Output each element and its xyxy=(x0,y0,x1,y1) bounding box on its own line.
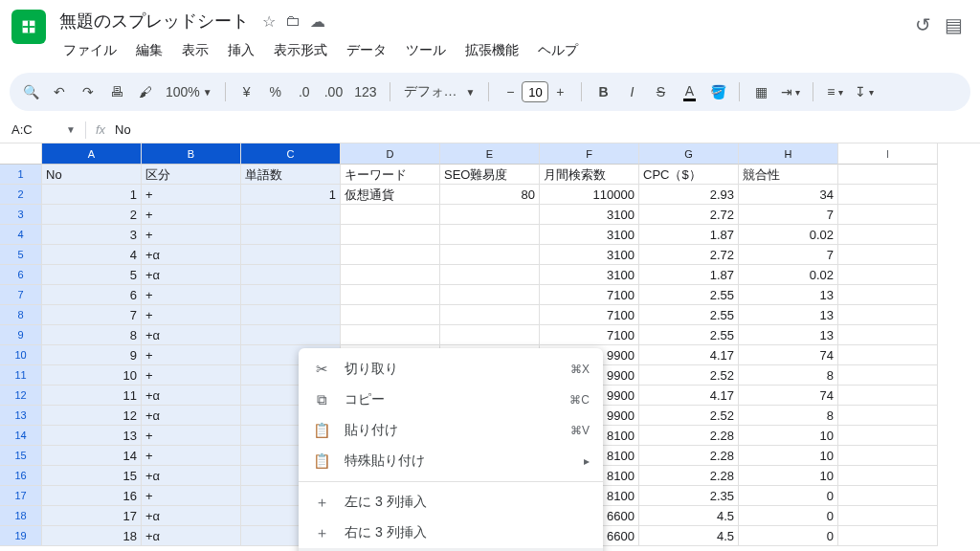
cell-E7[interactable] xyxy=(440,285,540,305)
cell-G2[interactable]: 2.93 xyxy=(639,185,739,205)
cell-I10[interactable] xyxy=(838,345,938,365)
comment-icon[interactable]: ▤ xyxy=(945,13,963,36)
row-header-6[interactable]: 6 xyxy=(0,265,42,285)
cell-G7[interactable]: 2.55 xyxy=(639,285,739,305)
cell-B7[interactable]: + xyxy=(142,285,241,305)
cell-F7[interactable]: 7100 xyxy=(540,285,639,305)
cell-A7[interactable]: 6 xyxy=(42,285,142,305)
cell-I4[interactable] xyxy=(838,225,938,245)
cell-I19[interactable] xyxy=(838,526,938,546)
name-box-caret-icon[interactable]: ▼ xyxy=(66,124,76,135)
cell-C5[interactable] xyxy=(241,245,341,265)
cell-H15[interactable]: 10 xyxy=(739,446,838,466)
paint-format-button[interactable]: 🖌 xyxy=(134,79,157,104)
cell-B4[interactable]: + xyxy=(142,225,241,245)
cell-B17[interactable]: + xyxy=(142,486,241,506)
cell-D2[interactable]: 仮想通貨 xyxy=(341,185,440,205)
cell-G8[interactable]: 2.55 xyxy=(639,305,739,325)
cell-B13[interactable]: +α xyxy=(142,406,241,426)
cell-B12[interactable]: +α xyxy=(142,386,241,406)
cell-E4[interactable] xyxy=(440,225,540,245)
cell-D8[interactable] xyxy=(341,305,440,325)
history-icon[interactable]: ↺ xyxy=(915,13,931,36)
cell-C7[interactable] xyxy=(241,285,341,305)
column-header-E[interactable]: E xyxy=(440,143,540,165)
cell-B3[interactable]: + xyxy=(142,205,241,225)
cell-E3[interactable] xyxy=(440,205,540,225)
cell-A13[interactable]: 12 xyxy=(42,406,142,426)
cell-E8[interactable] xyxy=(440,305,540,325)
cell-E1[interactable]: SEO難易度 xyxy=(440,165,540,185)
increase-fontsize-button[interactable]: + xyxy=(548,79,571,104)
select-all-corner[interactable] xyxy=(0,143,42,165)
cell-H4[interactable]: 0.02 xyxy=(739,225,838,245)
row-header-12[interactable]: 12 xyxy=(0,386,42,406)
cell-C8[interactable] xyxy=(241,305,341,325)
cell-I8[interactable] xyxy=(838,305,938,325)
cell-H16[interactable]: 10 xyxy=(739,466,838,486)
context-menu-item[interactable]: 📋特殊貼り付け▸ xyxy=(299,446,603,476)
cell-B9[interactable]: +α xyxy=(142,325,241,345)
cell-I12[interactable] xyxy=(838,386,938,406)
cell-I14[interactable] xyxy=(838,426,938,446)
cell-C2[interactable]: 1 xyxy=(241,185,341,205)
cell-G17[interactable]: 2.35 xyxy=(639,486,739,506)
cell-H13[interactable]: 8 xyxy=(739,406,838,426)
cell-G4[interactable]: 1.87 xyxy=(639,225,739,245)
cell-B18[interactable]: +α xyxy=(142,506,241,526)
cell-B1[interactable]: 区分 xyxy=(142,165,241,185)
cell-B8[interactable]: + xyxy=(142,305,241,325)
menu-編集[interactable]: 編集 xyxy=(128,38,170,63)
name-box[interactable]: A:C xyxy=(6,121,63,139)
cell-F4[interactable]: 3100 xyxy=(540,225,639,245)
row-header-4[interactable]: 4 xyxy=(0,225,42,245)
row-header-13[interactable]: 13 xyxy=(0,406,42,426)
spreadsheet-grid[interactable]: ABCDEFGHI 1No区分単語数キーワードSEO難易度月間検索数CPC（$）… xyxy=(0,143,980,546)
column-header-B[interactable]: B xyxy=(142,143,241,165)
context-menu-item[interactable]: ✂切り取り⌘X xyxy=(299,354,603,385)
redo-button[interactable]: ↷ xyxy=(77,79,100,104)
cell-C3[interactable] xyxy=(241,205,341,225)
cell-A17[interactable]: 16 xyxy=(42,486,142,506)
cell-A3[interactable]: 2 xyxy=(42,205,142,225)
row-header-16[interactable]: 16 xyxy=(0,466,42,486)
cell-G14[interactable]: 2.28 xyxy=(639,426,739,446)
cell-G1[interactable]: CPC（$） xyxy=(639,165,739,185)
cell-F5[interactable]: 3100 xyxy=(540,245,639,265)
cell-F8[interactable]: 7100 xyxy=(540,305,639,325)
cell-C9[interactable] xyxy=(241,325,341,345)
menu-挿入[interactable]: 挿入 xyxy=(220,38,262,63)
cell-E6[interactable] xyxy=(440,265,540,285)
row-header-17[interactable]: 17 xyxy=(0,486,42,506)
cell-H18[interactable]: 0 xyxy=(739,506,838,526)
cell-F2[interactable]: 110000 xyxy=(540,185,639,205)
row-header-3[interactable]: 3 xyxy=(0,205,42,225)
menu-ヘルプ[interactable]: ヘルプ xyxy=(530,38,586,63)
cell-I16[interactable] xyxy=(838,466,938,486)
cell-I17[interactable] xyxy=(838,486,938,506)
move-folder-icon[interactable]: 🗀 xyxy=(285,12,301,31)
cell-A4[interactable]: 3 xyxy=(42,225,142,245)
italic-button[interactable]: I xyxy=(620,79,643,104)
cell-F9[interactable]: 7100 xyxy=(540,325,639,345)
cell-A16[interactable]: 15 xyxy=(42,466,142,486)
cell-I9[interactable] xyxy=(838,325,938,345)
column-header-A[interactable]: A xyxy=(42,143,142,165)
row-header-5[interactable]: 5 xyxy=(0,245,42,265)
vertical-align-button[interactable]: ↧▾ xyxy=(852,79,877,104)
cell-G12[interactable]: 4.17 xyxy=(639,386,739,406)
cell-G13[interactable]: 2.52 xyxy=(639,406,739,426)
cell-A6[interactable]: 5 xyxy=(42,265,142,285)
cell-G5[interactable]: 2.72 xyxy=(639,245,739,265)
cell-G9[interactable]: 2.55 xyxy=(639,325,739,345)
row-header-2[interactable]: 2 xyxy=(0,185,42,205)
cell-G3[interactable]: 2.72 xyxy=(639,205,739,225)
cell-B11[interactable]: + xyxy=(142,365,241,386)
cell-E5[interactable] xyxy=(440,245,540,265)
fill-color-button[interactable]: 🪣 xyxy=(706,79,729,104)
cell-A10[interactable]: 9 xyxy=(42,345,142,365)
cell-A1[interactable]: No xyxy=(42,165,142,185)
cell-D4[interactable] xyxy=(341,225,440,245)
cell-E9[interactable] xyxy=(440,325,540,345)
cell-H2[interactable]: 34 xyxy=(739,185,838,205)
